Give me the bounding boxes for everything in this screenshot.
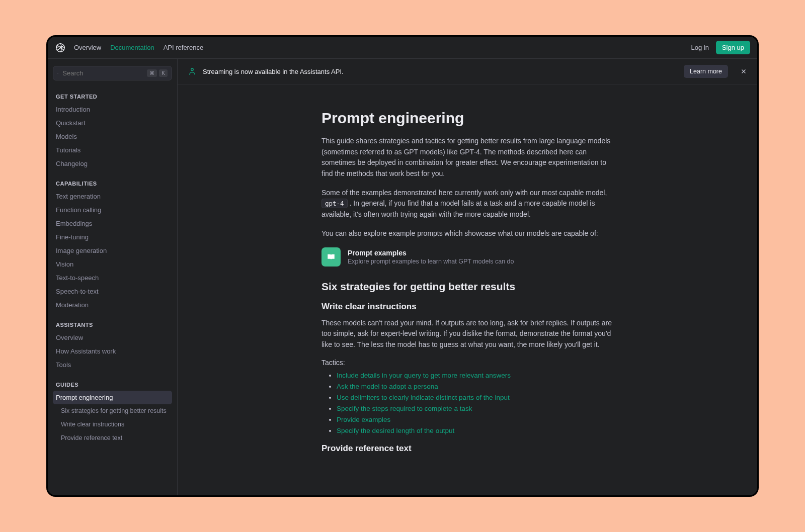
bot-icon — [188, 67, 197, 76]
write-clear-instructions-heading: Write clear instructions — [321, 302, 613, 312]
app-window: Overview Documentation API reference Log… — [46, 35, 759, 497]
tactic-link[interactable]: Provide examples — [337, 416, 613, 423]
section-guides: GUIDES — [53, 379, 172, 391]
topnav-overview[interactable]: Overview — [74, 44, 101, 51]
nav-image-generation[interactable]: Image generation — [53, 244, 172, 257]
search-box[interactable]: ⌘ K — [53, 66, 172, 80]
nav-tutorials[interactable]: Tutorials — [53, 143, 172, 157]
nav-assistants-tools[interactable]: Tools — [53, 358, 172, 372]
signup-button[interactable]: Sign up — [716, 41, 750, 54]
section-assistants: ASSISTANTS — [53, 319, 172, 331]
login-link[interactable]: Log in — [691, 44, 708, 51]
tactics-label: Tactics: — [321, 359, 613, 367]
nav-quickstart[interactable]: Quickstart — [53, 116, 172, 130]
learn-more-button[interactable]: Learn more — [684, 65, 728, 78]
nav-text-to-speech[interactable]: Text-to-speech — [53, 271, 172, 285]
subnav-six-strategies[interactable]: Six strategies for getting better result… — [53, 404, 172, 418]
card-text: Prompt examples Explore prompt examples … — [348, 249, 514, 265]
tactic-link[interactable]: Specify the steps required to complete a… — [337, 405, 613, 412]
kbd-k: K — [159, 69, 168, 77]
nav-introduction[interactable]: Introduction — [53, 103, 172, 116]
tactic-link[interactable]: Use delimiters to clearly indicate disti… — [337, 394, 613, 401]
article: Prompt engineering This guide shares str… — [301, 84, 633, 490]
search-shortcut: ⌘ K — [147, 69, 168, 77]
svg-point-1 — [57, 73, 58, 73]
search-input[interactable] — [62, 69, 147, 77]
close-icon[interactable] — [740, 68, 747, 75]
tactics-list: Include details in your query to get mor… — [321, 372, 613, 434]
tactic-link[interactable]: Specify the desired length of the output — [337, 427, 613, 434]
nav-speech-to-text[interactable]: Speech-to-text — [53, 285, 172, 298]
intro-paragraph-1: This guide shares strategies and tactics… — [321, 136, 613, 180]
intro2-text-b: . In general, if you find that a model f… — [321, 199, 595, 218]
tactic-link[interactable]: Include details in your query to get mor… — [337, 372, 613, 379]
model-code-chip: gpt-4 — [321, 199, 348, 208]
main-content: Streaming is now available in the Assist… — [178, 59, 757, 495]
page-title: Prompt engineering — [321, 110, 613, 127]
nav-text-generation[interactable]: Text generation — [53, 190, 172, 203]
subnav-provide-reference-text[interactable]: Provide reference text — [53, 431, 172, 445]
prompt-examples-card[interactable]: Prompt examples Explore prompt examples … — [321, 247, 613, 267]
search-icon — [57, 70, 58, 77]
tactic-link[interactable]: Ask the model to adopt a persona — [337, 383, 613, 390]
nav-vision[interactable]: Vision — [53, 257, 172, 271]
section-get-started: GET STARTED — [53, 91, 172, 103]
provide-reference-text-heading: Provide reference text — [321, 444, 613, 454]
nav-fine-tuning[interactable]: Fine-tuning — [53, 230, 172, 244]
six-strategies-heading: Six strategies for getting better result… — [321, 281, 613, 293]
card-title: Prompt examples — [348, 249, 514, 257]
banner-text: Streaming is now available in the Assist… — [203, 68, 678, 75]
nav-function-calling[interactable]: Function calling — [53, 203, 172, 217]
nav-changelog[interactable]: Changelog — [53, 157, 172, 170]
section-capabilities: CAPABILITIES — [53, 178, 172, 190]
subnav-write-clear-instructions[interactable]: Write clear instructions — [53, 418, 172, 431]
intro2-text-a: Some of the examples demonstrated here c… — [321, 189, 607, 197]
announcement-banner: Streaming is now available in the Assist… — [178, 59, 757, 84]
svg-point-2 — [191, 68, 194, 71]
openai-logo-icon[interactable] — [55, 42, 66, 53]
nav-how-assistants-work[interactable]: How Assistants work — [53, 344, 172, 358]
intro-paragraph-3: You can also explore example prompts whi… — [321, 228, 613, 239]
nav-embeddings[interactable]: Embeddings — [53, 217, 172, 230]
write-clear-instructions-body: These models can't read your mind. If ou… — [321, 318, 613, 350]
nav-assistants-overview[interactable]: Overview — [53, 331, 172, 344]
topnav-documentation[interactable]: Documentation — [110, 44, 154, 51]
auth-controls: Log in Sign up — [691, 41, 750, 54]
card-subtitle: Explore prompt examples to learn what GP… — [348, 258, 514, 265]
nav-prompt-engineering[interactable]: Prompt engineering — [53, 391, 172, 404]
book-icon — [321, 247, 341, 267]
intro-paragraph-2: Some of the examples demonstrated here c… — [321, 188, 613, 220]
sidebar: ⌘ K GET STARTED Introduction Quickstart … — [48, 59, 178, 495]
topbar: Overview Documentation API reference Log… — [48, 37, 757, 59]
top-nav: Overview Documentation API reference — [74, 44, 691, 51]
kbd-cmd: ⌘ — [147, 69, 157, 77]
nav-models[interactable]: Models — [53, 130, 172, 143]
topnav-api-reference[interactable]: API reference — [164, 44, 204, 51]
nav-moderation[interactable]: Moderation — [53, 298, 172, 312]
